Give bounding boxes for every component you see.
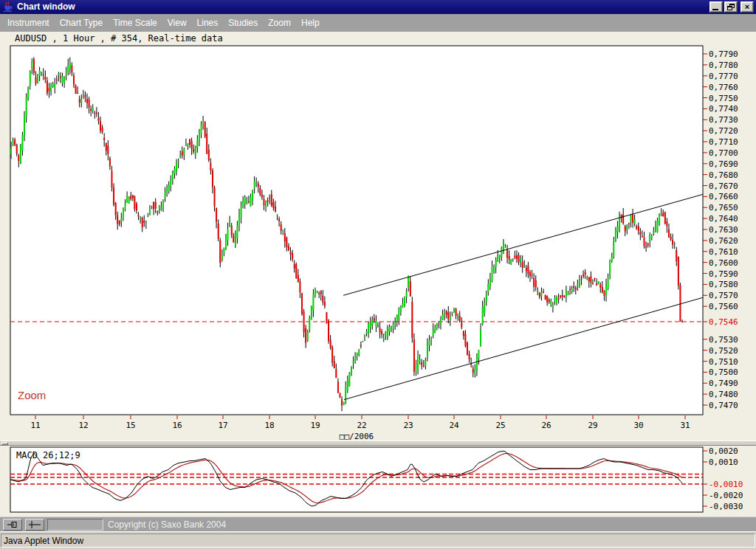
y-axis-label: 0,7600 <box>709 258 738 268</box>
candle-body <box>556 297 557 303</box>
candle-body <box>360 345 362 347</box>
minimize-button[interactable] <box>709 1 723 13</box>
candle-body <box>440 320 441 325</box>
menu-chart-type[interactable]: Chart Type <box>55 16 107 30</box>
candle-body <box>501 248 502 257</box>
pin-icon <box>7 521 18 528</box>
candle-body <box>653 231 654 233</box>
candle-body <box>75 86 77 94</box>
panel-splitter[interactable] <box>0 441 756 446</box>
candle-body <box>43 75 44 75</box>
candle-body <box>52 84 54 86</box>
candle-body <box>616 227 618 232</box>
candle-body <box>199 132 200 141</box>
candle-body <box>402 303 403 307</box>
macd-plot-area[interactable] <box>10 447 703 512</box>
candle-body <box>50 86 52 92</box>
macd-study-label: MACD 26;12;9 <box>16 450 80 460</box>
candle-body <box>503 242 504 253</box>
y-axis-label: 0,7770 <box>709 72 738 81</box>
candle-body <box>467 342 468 354</box>
candle-body <box>97 118 99 121</box>
candle-body <box>554 299 555 301</box>
candle-body <box>385 332 386 335</box>
candle-body <box>396 315 398 322</box>
candle-body <box>415 365 416 371</box>
menu-time-scale[interactable]: Time Scale <box>109 16 162 30</box>
candle-body <box>56 80 58 80</box>
candle-body <box>387 328 388 337</box>
candle-body <box>145 221 147 222</box>
candle-body <box>58 74 59 75</box>
y-axis-label: 0,7790 <box>709 49 738 59</box>
menu-lines[interactable]: Lines <box>193 16 223 30</box>
candle-body <box>566 291 567 297</box>
candle-body <box>202 122 204 124</box>
candle-body <box>408 276 409 287</box>
candle-body <box>421 362 422 366</box>
candle-body <box>657 221 659 232</box>
y-axis-label: 0,7480 <box>709 390 738 399</box>
candle-body <box>18 156 19 161</box>
candle-body <box>476 357 478 370</box>
menu-help[interactable]: Help <box>297 16 324 30</box>
candle-body <box>506 250 508 258</box>
candle-body <box>250 197 251 207</box>
candle-body <box>233 235 234 243</box>
candle-body <box>214 187 216 207</box>
candle-body <box>520 259 521 262</box>
title-bar: Chart window × <box>0 0 756 14</box>
candle-body <box>265 201 267 207</box>
y-axis-label: 0,7780 <box>709 61 738 70</box>
candle-body <box>86 99 88 103</box>
menu-view[interactable]: View <box>163 16 191 30</box>
main-plot-area[interactable] <box>10 46 703 415</box>
candle-body <box>318 293 320 294</box>
candle-body <box>668 229 670 237</box>
candle-body <box>552 305 554 307</box>
candle-body <box>535 280 537 287</box>
close-button[interactable]: × <box>740 1 754 13</box>
candle-body <box>172 172 173 180</box>
pin-tool-button[interactable] <box>3 519 22 531</box>
candle-body <box>375 321 377 326</box>
candle-body <box>324 302 326 306</box>
candle-body <box>294 264 295 269</box>
candle-body <box>434 328 436 333</box>
candle-body <box>312 294 314 311</box>
candle-body <box>106 143 107 151</box>
candle-body <box>60 77 61 78</box>
x-axis-label: 29 <box>588 421 597 430</box>
candle-body <box>532 274 533 275</box>
x-axis-label: 19 <box>310 421 320 430</box>
menu-zoom[interactable]: Zoom <box>264 16 295 30</box>
candle-body <box>83 95 84 97</box>
crosshair-tool-button[interactable] <box>25 519 44 531</box>
candle-body <box>438 325 439 325</box>
candle-body <box>581 279 583 280</box>
menu-studies[interactable]: Studies <box>224 16 262 30</box>
y-axis-label: 0,7570 <box>709 291 738 300</box>
candle-body <box>602 287 603 292</box>
candle-body <box>662 213 664 216</box>
candle-body <box>586 278 588 279</box>
candle-body <box>628 224 630 224</box>
restore-button[interactable] <box>724 1 738 13</box>
candle-body <box>334 361 335 368</box>
candle-body <box>210 163 211 170</box>
candle-body <box>672 240 673 244</box>
y-axis-label: 0,7490 <box>709 379 738 388</box>
candle-body <box>599 284 601 287</box>
candle-body <box>278 219 280 221</box>
macd-axis-label: 0,0020 <box>709 446 738 456</box>
candle-body <box>183 149 185 154</box>
y-axis-label: 0,7740 <box>709 104 738 114</box>
candle-body <box>187 143 188 145</box>
candle-body <box>611 257 613 261</box>
candle-body <box>67 65 69 72</box>
candle-body <box>417 356 419 368</box>
y-axis-label: 0,7750 <box>709 94 738 103</box>
candle-body <box>674 244 676 244</box>
menu-instrument[interactable]: Instrument <box>3 16 54 30</box>
x-axis-label: 11 <box>30 421 40 430</box>
